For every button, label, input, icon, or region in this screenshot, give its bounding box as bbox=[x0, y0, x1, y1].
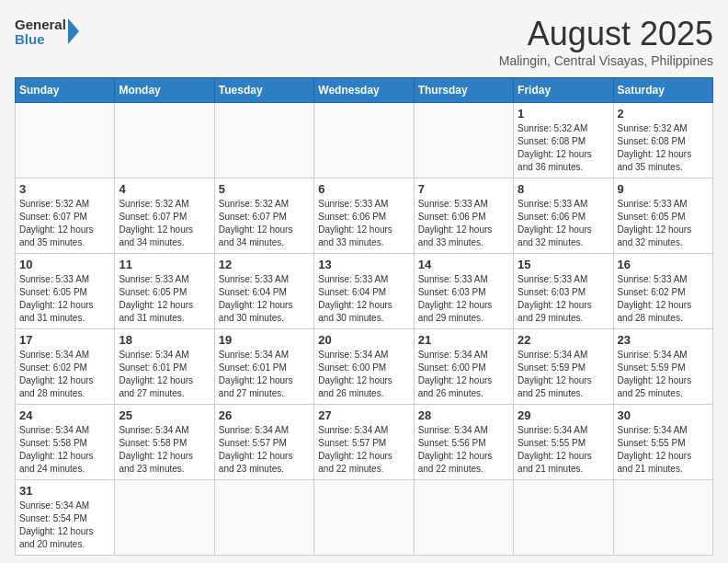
calendar-cell: 14Sunrise: 5:33 AM Sunset: 6:03 PM Dayli… bbox=[414, 254, 513, 329]
day-info: Sunrise: 5:33 AM Sunset: 6:04 PM Dayligh… bbox=[318, 273, 409, 325]
date-number: 1 bbox=[518, 107, 609, 121]
day-info: Sunrise: 5:34 AM Sunset: 5:57 PM Dayligh… bbox=[318, 424, 409, 476]
date-number: 16 bbox=[618, 258, 709, 271]
calendar-cell bbox=[414, 480, 513, 556]
calendar-cell: 3Sunrise: 5:32 AM Sunset: 6:07 PM Daylig… bbox=[16, 178, 115, 254]
date-number: 22 bbox=[518, 333, 609, 347]
calendar-cell: 31Sunrise: 5:34 AM Sunset: 5:54 PM Dayli… bbox=[16, 480, 115, 556]
calendar-week-3: 17Sunrise: 5:34 AM Sunset: 6:02 PM Dayli… bbox=[16, 329, 713, 405]
calendar-cell: 28Sunrise: 5:34 AM Sunset: 5:56 PM Dayli… bbox=[414, 405, 513, 480]
date-number: 18 bbox=[119, 333, 210, 347]
title-area: August 2025 Malingin, Central Visayas, P… bbox=[499, 15, 713, 68]
logo: GeneralBlue bbox=[15, 15, 79, 48]
day-info: Sunrise: 5:32 AM Sunset: 6:08 PM Dayligh… bbox=[618, 122, 709, 174]
calendar-cell: 9Sunrise: 5:33 AM Sunset: 6:05 PM Daylig… bbox=[613, 178, 712, 254]
month-title: August 2025 bbox=[499, 15, 713, 53]
location-title: Malingin, Central Visayas, Philippines bbox=[499, 53, 713, 68]
day-info: Sunrise: 5:32 AM Sunset: 6:07 PM Dayligh… bbox=[19, 198, 110, 249]
calendar-cell bbox=[514, 480, 613, 556]
day-info: Sunrise: 5:34 AM Sunset: 5:54 PM Dayligh… bbox=[19, 500, 110, 551]
calendar-week-2: 10Sunrise: 5:33 AM Sunset: 6:05 PM Dayli… bbox=[16, 254, 713, 329]
date-number: 19 bbox=[219, 333, 310, 347]
calendar-cell: 20Sunrise: 5:34 AM Sunset: 6:00 PM Dayli… bbox=[314, 329, 414, 405]
calendar-cell bbox=[613, 480, 712, 556]
calendar-header-row: SundayMondayTuesdayWednesdayThursdayFrid… bbox=[16, 78, 713, 103]
day-info: Sunrise: 5:34 AM Sunset: 6:00 PM Dayligh… bbox=[318, 349, 409, 400]
date-number: 9 bbox=[618, 182, 709, 196]
calendar-cell: 23Sunrise: 5:34 AM Sunset: 5:59 PM Dayli… bbox=[613, 329, 712, 405]
calendar-cell: 11Sunrise: 5:33 AM Sunset: 6:05 PM Dayli… bbox=[115, 254, 214, 329]
day-header-monday: Monday bbox=[115, 78, 214, 103]
calendar-cell bbox=[214, 480, 313, 556]
date-number: 30 bbox=[618, 408, 709, 422]
day-info: Sunrise: 5:34 AM Sunset: 5:58 PM Dayligh… bbox=[19, 424, 110, 476]
calendar-week-1: 3Sunrise: 5:32 AM Sunset: 6:07 PM Daylig… bbox=[16, 178, 713, 254]
calendar-week-0: 1Sunrise: 5:32 AM Sunset: 6:08 PM Daylig… bbox=[16, 103, 713, 178]
calendar-cell bbox=[214, 103, 313, 178]
day-info: Sunrise: 5:34 AM Sunset: 5:55 PM Dayligh… bbox=[618, 424, 709, 476]
calendar-cell: 29Sunrise: 5:34 AM Sunset: 5:55 PM Dayli… bbox=[514, 405, 613, 480]
calendar-cell: 1Sunrise: 5:32 AM Sunset: 6:08 PM Daylig… bbox=[514, 103, 613, 178]
calendar-cell bbox=[414, 103, 513, 178]
calendar: SundayMondayTuesdayWednesdayThursdayFrid… bbox=[15, 77, 713, 556]
day-info: Sunrise: 5:32 AM Sunset: 6:07 PM Dayligh… bbox=[119, 198, 210, 249]
day-info: Sunrise: 5:34 AM Sunset: 6:00 PM Dayligh… bbox=[418, 349, 509, 400]
logo-svg: GeneralBlue bbox=[15, 15, 79, 48]
calendar-cell: 27Sunrise: 5:34 AM Sunset: 5:57 PM Dayli… bbox=[314, 405, 414, 480]
calendar-cell: 15Sunrise: 5:33 AM Sunset: 6:03 PM Dayli… bbox=[514, 254, 613, 329]
calendar-cell bbox=[314, 480, 414, 556]
date-number: 31 bbox=[19, 484, 110, 498]
calendar-cell bbox=[115, 103, 214, 178]
day-info: Sunrise: 5:33 AM Sunset: 6:06 PM Dayligh… bbox=[318, 198, 409, 249]
date-number: 6 bbox=[318, 182, 409, 196]
date-number: 5 bbox=[219, 182, 310, 196]
calendar-cell: 7Sunrise: 5:33 AM Sunset: 6:06 PM Daylig… bbox=[414, 178, 513, 254]
day-header-wednesday: Wednesday bbox=[314, 78, 414, 103]
day-header-tuesday: Tuesday bbox=[214, 78, 313, 103]
day-info: Sunrise: 5:33 AM Sunset: 6:04 PM Dayligh… bbox=[219, 273, 310, 325]
calendar-cell: 12Sunrise: 5:33 AM Sunset: 6:04 PM Dayli… bbox=[214, 254, 313, 329]
day-header-sunday: Sunday bbox=[16, 78, 115, 103]
day-info: Sunrise: 5:32 AM Sunset: 6:08 PM Dayligh… bbox=[518, 122, 609, 174]
day-info: Sunrise: 5:34 AM Sunset: 6:02 PM Dayligh… bbox=[19, 349, 110, 400]
date-number: 21 bbox=[418, 333, 509, 347]
calendar-cell: 18Sunrise: 5:34 AM Sunset: 6:01 PM Dayli… bbox=[115, 329, 214, 405]
day-info: Sunrise: 5:34 AM Sunset: 5:57 PM Dayligh… bbox=[219, 424, 310, 476]
calendar-cell: 2Sunrise: 5:32 AM Sunset: 6:08 PM Daylig… bbox=[613, 103, 712, 178]
calendar-cell bbox=[115, 480, 214, 556]
date-number: 12 bbox=[219, 258, 310, 271]
date-number: 26 bbox=[219, 408, 310, 422]
calendar-cell bbox=[16, 103, 115, 178]
calendar-cell: 19Sunrise: 5:34 AM Sunset: 6:01 PM Dayli… bbox=[214, 329, 313, 405]
calendar-cell: 22Sunrise: 5:34 AM Sunset: 5:59 PM Dayli… bbox=[514, 329, 613, 405]
day-info: Sunrise: 5:34 AM Sunset: 5:59 PM Dayligh… bbox=[618, 349, 709, 400]
day-header-saturday: Saturday bbox=[613, 78, 712, 103]
day-info: Sunrise: 5:33 AM Sunset: 6:06 PM Dayligh… bbox=[518, 198, 609, 249]
date-number: 17 bbox=[19, 333, 110, 347]
header: GeneralBlue August 2025 Malingin, Centra… bbox=[15, 15, 713, 68]
day-info: Sunrise: 5:34 AM Sunset: 5:59 PM Dayligh… bbox=[518, 349, 609, 400]
day-info: Sunrise: 5:34 AM Sunset: 5:56 PM Dayligh… bbox=[418, 424, 509, 476]
calendar-week-4: 24Sunrise: 5:34 AM Sunset: 5:58 PM Dayli… bbox=[16, 405, 713, 480]
calendar-cell: 17Sunrise: 5:34 AM Sunset: 6:02 PM Dayli… bbox=[16, 329, 115, 405]
date-number: 20 bbox=[318, 333, 409, 347]
svg-marker-2 bbox=[68, 18, 79, 44]
calendar-cell: 30Sunrise: 5:34 AM Sunset: 5:55 PM Dayli… bbox=[613, 405, 712, 480]
day-header-thursday: Thursday bbox=[414, 78, 513, 103]
day-info: Sunrise: 5:33 AM Sunset: 6:05 PM Dayligh… bbox=[119, 273, 210, 325]
day-info: Sunrise: 5:33 AM Sunset: 6:03 PM Dayligh… bbox=[418, 273, 509, 325]
date-number: 4 bbox=[119, 182, 210, 196]
calendar-cell: 24Sunrise: 5:34 AM Sunset: 5:58 PM Dayli… bbox=[16, 405, 115, 480]
day-info: Sunrise: 5:34 AM Sunset: 5:55 PM Dayligh… bbox=[518, 424, 609, 476]
date-number: 14 bbox=[418, 258, 509, 271]
calendar-cell: 10Sunrise: 5:33 AM Sunset: 6:05 PM Dayli… bbox=[16, 254, 115, 329]
day-info: Sunrise: 5:34 AM Sunset: 5:58 PM Dayligh… bbox=[119, 424, 210, 476]
calendar-cell: 5Sunrise: 5:32 AM Sunset: 6:07 PM Daylig… bbox=[214, 178, 313, 254]
date-number: 15 bbox=[518, 258, 609, 271]
date-number: 13 bbox=[318, 258, 409, 271]
date-number: 7 bbox=[418, 182, 509, 196]
calendar-week-5: 31Sunrise: 5:34 AM Sunset: 5:54 PM Dayli… bbox=[16, 480, 713, 556]
calendar-cell: 8Sunrise: 5:33 AM Sunset: 6:06 PM Daylig… bbox=[514, 178, 613, 254]
date-number: 24 bbox=[19, 408, 110, 422]
day-header-friday: Friday bbox=[514, 78, 613, 103]
